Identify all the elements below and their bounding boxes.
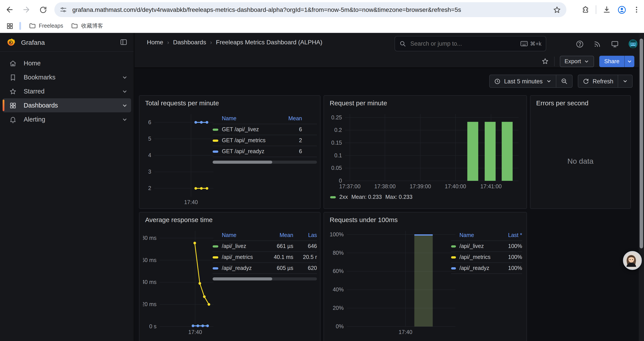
browser-toolbar xyxy=(0,0,644,19)
breadcrumb-dashboards[interactable]: Dashboards xyxy=(173,39,206,46)
grafana-app: Grafana Home Bookmarks Starred xyxy=(0,33,644,341)
panel-title: Request per minute xyxy=(330,99,387,107)
downloads-icon[interactable] xyxy=(602,5,611,14)
total-requests-chart: 6543217:40 xyxy=(143,111,215,207)
svg-text:17:40: 17:40 xyxy=(399,329,412,335)
panel-errors-per-second[interactable]: Errors per second No data xyxy=(530,95,631,209)
panel-avg-response-time[interactable]: Average response time 80 ms60 ms40 ms20 … xyxy=(139,212,320,341)
window-scrollbar[interactable] xyxy=(639,33,644,341)
legend-scroll-thumb[interactable] xyxy=(212,161,272,164)
legend-inline[interactable]: 2xx Mean: 0.233 Max: 0.233 xyxy=(330,194,412,200)
news-icon[interactable] xyxy=(593,40,602,48)
apps-grid-icon[interactable] xyxy=(6,22,14,30)
reload-icon[interactable] xyxy=(38,5,48,15)
panel-title: Requests under 100ms xyxy=(330,216,398,223)
svg-text:0.1: 0.1 xyxy=(334,152,342,158)
svg-text:17:41:00: 17:41:00 xyxy=(480,183,502,189)
site-settings-icon[interactable] xyxy=(60,6,67,14)
back-icon[interactable] xyxy=(4,5,15,15)
chevron-down-icon xyxy=(584,59,590,64)
panel-total-requests[interactable]: Total requests per minute 6543217:40 Nam… xyxy=(139,95,320,209)
legend-scrollbar[interactable] xyxy=(212,161,317,164)
svg-text:0%: 0% xyxy=(336,323,344,329)
zoom-out-button[interactable] xyxy=(556,75,572,87)
share-menu-caret[interactable] xyxy=(624,56,634,67)
panel-requests-under-100ms[interactable]: Requests under 100ms 100%80%60%40%20%0%1… xyxy=(324,212,527,341)
user-avatar[interactable] xyxy=(628,39,638,49)
chevron-down-icon[interactable] xyxy=(122,88,128,94)
panel-request-per-minute[interactable]: Request per minute 0.250.20.150.10.05017… xyxy=(324,95,527,209)
legend-row[interactable]: GET /api/_readyz 6 xyxy=(212,146,317,157)
search-box[interactable]: ⌘+k xyxy=(394,36,546,51)
refresh-interval-caret[interactable] xyxy=(618,75,632,87)
legend-row[interactable]: /api/_livez 661 µs 646 xyxy=(212,241,317,252)
svg-text:40%: 40% xyxy=(333,286,344,292)
series-swatch xyxy=(330,196,336,198)
time-range-group: Last 5 minutes xyxy=(489,75,572,88)
chevron-down-icon[interactable] xyxy=(122,103,128,108)
sidebar-item-alerting[interactable]: Alerting xyxy=(3,112,131,126)
legend-row[interactable]: /api/_metrics 100% xyxy=(451,252,522,263)
breadcrumb-separator: › xyxy=(167,39,169,46)
legend-scrollbar[interactable] xyxy=(212,277,317,280)
chevron-down-icon xyxy=(622,79,628,84)
svg-text:0 s: 0 s xyxy=(149,323,156,329)
chevron-down-icon[interactable] xyxy=(122,117,128,122)
time-range-picker[interactable]: Last 5 minutes xyxy=(490,75,556,87)
svg-text:17:37:00: 17:37:00 xyxy=(339,183,360,189)
time-controls: Last 5 minutes Refresh xyxy=(489,75,632,88)
svg-text:20 ms: 20 ms xyxy=(143,301,156,307)
series-swatch xyxy=(212,139,218,142)
legend-row[interactable]: /api/_readyz 100% xyxy=(451,263,522,274)
extensions-icon[interactable] xyxy=(581,6,590,14)
profile-icon[interactable] xyxy=(617,5,626,14)
toolbar-actions xyxy=(581,0,640,19)
monitor-icon[interactable] xyxy=(611,40,619,48)
screen: Freeleaps 收藏博客 xyxy=(0,0,644,341)
zoom-out-icon xyxy=(560,78,568,85)
sidebar-item-bookmarks[interactable]: Bookmarks xyxy=(3,70,131,84)
forward-icon[interactable] xyxy=(21,5,32,15)
svg-text:40 ms: 40 ms xyxy=(143,279,156,285)
sidebar-item-starred[interactable]: Starred xyxy=(3,84,131,98)
grafana-logo[interactable] xyxy=(6,37,16,47)
dashboards-icon xyxy=(9,102,17,109)
legend-row[interactable]: /api/_metrics 40.1 ms 20.5 r xyxy=(212,252,317,263)
svg-text:17:39:00: 17:39:00 xyxy=(410,183,431,189)
chevron-down-icon[interactable] xyxy=(122,74,128,80)
bookmark-folder-blogs[interactable]: 收藏博客 xyxy=(71,22,103,30)
bookmark-label: 收藏博客 xyxy=(81,22,103,30)
series-max: Max: 0.233 xyxy=(385,194,412,200)
legend-scroll-thumb[interactable] xyxy=(212,277,272,280)
svg-text:5: 5 xyxy=(148,136,151,142)
legend-row[interactable]: /api/_readyz 605 µs 620 xyxy=(212,263,317,274)
sidebar-item-home[interactable]: Home xyxy=(3,56,131,70)
browser-menu-icon[interactable] xyxy=(632,6,640,14)
search-input[interactable] xyxy=(410,40,520,47)
refresh-button[interactable]: Refresh xyxy=(578,75,618,87)
sidebar-nav: Home Bookmarks Starred Dashboards xyxy=(0,52,134,126)
sidebar-item-dashboards[interactable]: Dashboards xyxy=(3,98,131,112)
legend-row[interactable]: GET /api/_metrics 2 xyxy=(212,135,317,146)
url-input[interactable] xyxy=(72,6,553,14)
svg-text:17:40: 17:40 xyxy=(188,329,202,335)
floating-assistant-avatar[interactable] xyxy=(623,251,642,270)
share-button-group: Share xyxy=(600,56,634,67)
breadcrumb-separator: › xyxy=(210,39,212,46)
favorite-star-icon[interactable] xyxy=(541,58,549,65)
bookmark-folder-freeleaps[interactable]: Freeleaps xyxy=(29,22,63,30)
bookmark-star-icon[interactable] xyxy=(553,6,561,14)
legend-table: Name Last * /api/_livez 100% /api/_metri… xyxy=(451,230,522,274)
export-button[interactable]: Export xyxy=(560,56,594,67)
help-icon[interactable] xyxy=(576,40,584,48)
legend-row[interactable]: /api/_livez 100% xyxy=(451,241,522,252)
url-bar[interactable] xyxy=(54,2,566,17)
legend-row[interactable]: GET /api/_livez 6 xyxy=(212,124,317,135)
sidebar-collapse-icon[interactable] xyxy=(120,38,128,46)
share-button[interactable]: Share xyxy=(600,56,624,67)
window-scrollbar-thumb[interactable] xyxy=(640,39,643,248)
breadcrumb-home[interactable]: Home xyxy=(147,39,163,46)
legend-header: Name Last * xyxy=(451,230,522,241)
sidebar-item-label: Bookmarks xyxy=(24,74,122,81)
clock-icon xyxy=(494,78,501,85)
